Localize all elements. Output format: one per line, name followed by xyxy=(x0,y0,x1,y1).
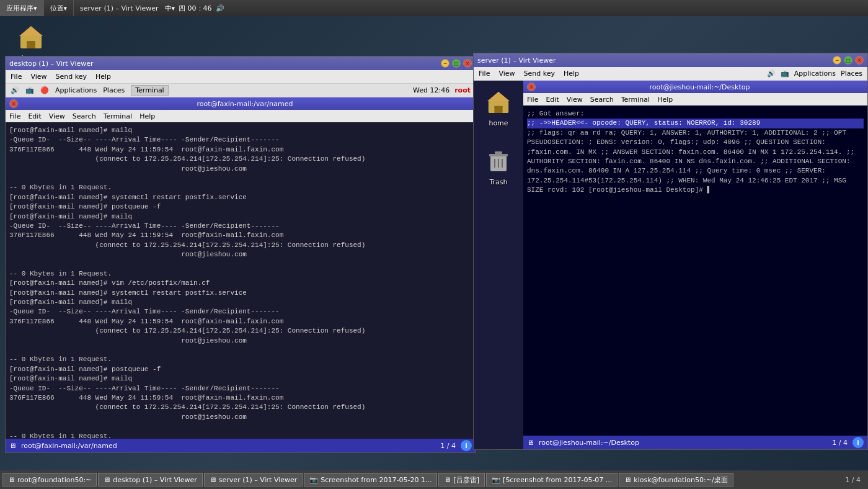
info-icon[interactable]: i xyxy=(461,440,472,451)
volume-icon[interactable]: 🔊 xyxy=(216,4,224,12)
panel-right: 中▾ 四 00：46 🔊 xyxy=(165,4,229,13)
server-home-label: home xyxy=(489,119,508,127)
menu-sendkey[interactable]: Send key xyxy=(56,73,87,81)
server-terminal-tab-label[interactable]: root@jieshou-mail:~/Desktop xyxy=(539,439,639,447)
desktop-virt-menubar: File View Send key Help xyxy=(6,70,476,84)
server-applications-label[interactable]: Applications xyxy=(794,70,836,78)
server-win-maximize[interactable]: □ xyxy=(844,56,852,65)
inner-terminal-tab[interactable]: Terminal xyxy=(131,85,169,96)
desktop-win-status: Wed 12:46 root xyxy=(413,86,471,94)
desktop-win-controls: − □ × xyxy=(441,59,472,68)
server-win-status-right: 🔊 📺 Applications Places xyxy=(767,70,862,78)
server-inner-view[interactable]: View xyxy=(567,96,583,104)
inner-terminal-menu[interactable]: Terminal xyxy=(104,112,133,120)
server-terminal-body: ;; flags: qr aa rd ra; QUERY: 1, ANSWER:… xyxy=(527,129,854,194)
desktop-inner-bar: 🔊 📺 🔴 Applications Places Terminal Wed 1… xyxy=(6,84,476,97)
svg-marker-1 xyxy=(19,26,43,36)
server-terminal-content: ;; Got answer: ;; ->>HEADER<<- opcode: Q… xyxy=(523,105,867,436)
desktop-virt-viewer-window: desktop (1) – Virt Viewer − □ × File Vie… xyxy=(5,56,476,453)
inner-applications-label[interactable]: Applications xyxy=(55,86,97,94)
inner-view[interactable]: View xyxy=(49,112,65,120)
desktop-win-title: desktop (1) – Virt Viewer xyxy=(9,60,441,68)
taskbar-icon-5: 🖥 xyxy=(444,476,451,484)
server-inner-close[interactable]: × xyxy=(527,83,536,91)
server-menu-help[interactable]: Help xyxy=(564,70,579,78)
inner-edit[interactable]: Edit xyxy=(28,112,41,120)
taskbar-root-foundation[interactable]: 🖥 root@foundation50:~ xyxy=(2,473,97,487)
taskbar-icon-4: 📷 xyxy=(309,476,318,484)
server-win-minimize[interactable]: − xyxy=(833,56,841,65)
desktop-win-minimize[interactable]: − xyxy=(441,59,450,68)
server-inner-help[interactable]: Help xyxy=(657,96,673,104)
taskbar-kiosk[interactable]: 🖥 kiosk@foundation50:~/桌面 xyxy=(619,473,733,487)
server-terminal-got-answer: ;; Got answer: xyxy=(527,110,584,117)
desktop-win-close[interactable]: × xyxy=(463,59,472,68)
server-virt-menubar: File View Send key Help 🔊 📺 Applications… xyxy=(474,67,867,81)
server-inner-edit[interactable]: Edit xyxy=(546,96,559,104)
inner-win-close[interactable]: × xyxy=(9,99,18,108)
desktop: 应用程序▾ 位置▾ server (1) – Virt Viewer 中▾ 四 … xyxy=(0,0,868,489)
inner-applications[interactable]: 🔴 xyxy=(40,86,49,94)
taskbar-label-1: root@foundation50:~ xyxy=(17,476,91,484)
inner-terminal-menubar: File Edit View Search Terminal Help xyxy=(6,110,476,122)
taskbar-luyanlei[interactable]: 🖥 [吕彦雷] xyxy=(438,473,485,487)
inner-search[interactable]: Search xyxy=(73,112,96,120)
inner-help[interactable]: Help xyxy=(140,112,155,120)
server-places-label[interactable]: Places xyxy=(841,70,862,78)
server-win-volume: 🔊 xyxy=(767,70,776,78)
svg-rect-12 xyxy=(489,154,508,156)
server-menu-sendkey[interactable]: Send key xyxy=(524,70,555,78)
desktop-win-volume: 🔊 xyxy=(11,86,19,94)
server-terminal-statusbar: 🖥 root@jieshou-mail:~/Desktop 1 / 4 i xyxy=(523,436,867,449)
taskbar-label-5: [吕彦雷] xyxy=(453,475,479,485)
inner-win-controls: × xyxy=(9,99,18,108)
terminal-page: 1 / 4 xyxy=(440,442,456,450)
server-inner-file[interactable]: File xyxy=(527,96,538,104)
clock: 四 00：46 xyxy=(179,4,212,13)
server-inner-terminal[interactable]: Terminal xyxy=(621,96,650,104)
taskbar-desktop-virt[interactable]: 🖥 desktop (1) – Virt Viewer xyxy=(98,473,203,487)
lang-indicator[interactable]: 中▾ xyxy=(165,4,175,13)
desktop-win-titlebar: desktop (1) – Virt Viewer − □ × xyxy=(6,56,476,70)
svg-marker-9 xyxy=(487,92,510,101)
server-inner-titlebar: × root@jieshou-mail:~/Desktop xyxy=(523,81,867,93)
applications-menu[interactable]: 应用程序▾ xyxy=(0,0,44,16)
terminal-tab-label[interactable]: root@faxin-mail:/var/named xyxy=(21,442,117,450)
server-terminal-tab-icon: 🖥 xyxy=(527,439,534,447)
window-title-indicator[interactable]: server (1) – Virt Viewer xyxy=(74,0,164,16)
gnome-top-panel: 应用程序▾ 位置▾ server (1) – Virt Viewer 中▾ 四 … xyxy=(0,0,868,16)
desktop-win-maximize[interactable]: □ xyxy=(452,59,461,68)
server-trash-folder-icon xyxy=(484,146,513,176)
taskbar-label-2: desktop (1) – Virt Viewer xyxy=(113,476,197,484)
svg-rect-2 xyxy=(27,41,35,48)
server-win-display: 📺 xyxy=(781,70,789,78)
menu-help[interactable]: Help xyxy=(95,73,111,81)
server-menu-file[interactable]: File xyxy=(479,70,490,78)
taskbar-icon-3: 🖥 xyxy=(210,476,216,484)
taskbar-screenshot1[interactable]: 📷 Screenshot from 2017-05-20 1... xyxy=(304,473,437,487)
server-terminal-header-line: ;; ->>HEADER<<- opcode: QUERY, status: N… xyxy=(527,119,864,128)
taskbar-label-4: Screenshot from 2017-05-20 1... xyxy=(321,476,432,484)
places-menu[interactable]: 位置▾ xyxy=(44,0,74,16)
desktop-terminal-statusbar: 🖥 root@faxin-mail:/var/named 1 / 4 i xyxy=(6,439,476,452)
server-home-icon[interactable]: home xyxy=(477,87,520,127)
taskbar-icon-2: 🖥 xyxy=(104,476,110,484)
inner-file[interactable]: File xyxy=(9,112,20,120)
server-trash-icon[interactable]: Trash xyxy=(477,146,520,186)
menu-file[interactable]: File xyxy=(11,73,22,81)
svg-rect-13 xyxy=(495,151,502,154)
server-win-title: server (1) – Virt Viewer xyxy=(477,56,833,65)
server-inner-search[interactable]: Search xyxy=(590,96,614,104)
inner-places-label[interactable]: Places xyxy=(103,86,125,94)
server-inner-title: root@jieshou-mail:~/Desktop xyxy=(536,83,864,91)
desktop-win-user: root xyxy=(454,86,471,94)
server-home-folder-icon xyxy=(484,87,513,117)
server-win-close[interactable]: × xyxy=(855,56,864,65)
taskbar-server-virt[interactable]: 🖥 server (1) – Virt Viewer xyxy=(204,473,303,487)
desktop-win-time: Wed 12:46 xyxy=(413,86,450,94)
home-folder-icon xyxy=(16,22,46,52)
server-menu-view[interactable]: View xyxy=(498,70,515,78)
menu-view[interactable]: View xyxy=(30,73,46,81)
server-info-icon[interactable]: i xyxy=(852,437,864,448)
taskbar-screenshot2[interactable]: 📷 [Screenshot from 2017-05-07 ... xyxy=(486,473,618,487)
